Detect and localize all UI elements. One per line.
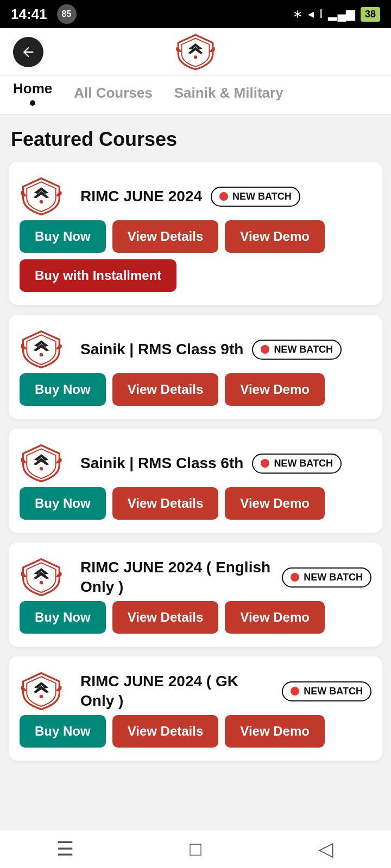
tabs-bar: Home All Courses Sainik & Military bbox=[0, 76, 391, 115]
new-batch-badge-5: NEW BATCH bbox=[282, 681, 371, 701]
main-content: Featured Courses RIMC JUNE 2024 NEW BATC… bbox=[0, 115, 391, 828]
card-actions-5: Buy Now View Details View Demo bbox=[20, 715, 371, 748]
badge-text-3: NEW BATCH bbox=[274, 458, 333, 469]
course-logo-2 bbox=[20, 328, 63, 371]
view-details-btn-5[interactable]: View Details bbox=[112, 715, 219, 748]
back-button[interactable] bbox=[13, 37, 43, 67]
battery-icon: 38 bbox=[361, 7, 380, 22]
new-batch-badge-4: NEW BATCH bbox=[282, 567, 371, 588]
course-title-3: Sainik | RMS Class 6th bbox=[80, 454, 243, 473]
new-batch-badge-2: NEW BATCH bbox=[252, 340, 342, 360]
course-card-sainik-9th: Sainik | RMS Class 9th NEW BATCH Buy Now… bbox=[9, 315, 382, 419]
tab-sainik-military-label: Sainik & Military bbox=[174, 85, 283, 101]
card-title-area-3: Sainik | RMS Class 6th NEW BATCH bbox=[20, 442, 371, 485]
course-title-1: RIMC JUNE 2024 bbox=[80, 187, 202, 206]
nav-back-button[interactable]: ◁ bbox=[304, 833, 348, 865]
tab-home[interactable]: Home bbox=[13, 80, 52, 110]
svg-point-5 bbox=[40, 695, 43, 699]
section-title: Featured Courses bbox=[9, 128, 382, 151]
new-batch-badge-1: NEW BATCH bbox=[211, 187, 300, 207]
badge-text-4: NEW BATCH bbox=[304, 572, 363, 583]
bottom-nav: ☰ □ ◁ bbox=[0, 829, 391, 868]
course-card-sainik-6th: Sainik | RMS Class 6th NEW BATCH Buy Now… bbox=[9, 429, 382, 533]
course-card-rimc-gk: RIMC JUNE 2024 ( GK Only ) NEW BATCH Buy… bbox=[9, 656, 382, 761]
card-actions-4: Buy Now View Details View Demo bbox=[20, 601, 371, 634]
course-logo-5 bbox=[20, 669, 63, 713]
status-icons: ∗ ◂ Ⅰ ▂▄▆ 38 bbox=[293, 7, 380, 22]
signal-bars: ▂▄▆ bbox=[328, 7, 355, 21]
badge-text-1: NEW BATCH bbox=[232, 191, 292, 202]
card-title-area-2: Sainik | RMS Class 9th NEW BATCH bbox=[20, 328, 371, 371]
tab-home-label: Home bbox=[13, 80, 52, 97]
svg-point-3 bbox=[40, 467, 43, 471]
course-title-2: Sainik | RMS Class 9th bbox=[80, 340, 243, 359]
badge-dot-5 bbox=[291, 687, 299, 695]
svg-point-1 bbox=[40, 200, 43, 204]
tab-all-courses-label: All Courses bbox=[74, 85, 153, 101]
course-title-4: RIMC JUNE 2024 ( English Only ) bbox=[80, 558, 273, 597]
course-logo-3 bbox=[20, 442, 63, 485]
hamburger-icon: ☰ bbox=[56, 838, 74, 860]
card-actions-3: Buy Now View Details View Demo bbox=[20, 487, 371, 520]
card-title-area: RIMC JUNE 2024 NEW BATCH bbox=[20, 175, 371, 218]
wifi-icon: ◂ bbox=[308, 7, 314, 21]
course-card-rimc-june-2024: RIMC JUNE 2024 NEW BATCH Buy Now View De… bbox=[9, 162, 382, 305]
view-demo-btn-2[interactable]: View Demo bbox=[225, 373, 325, 406]
new-batch-badge-3: NEW BATCH bbox=[252, 454, 342, 474]
buy-now-btn-4[interactable]: Buy Now bbox=[20, 601, 106, 634]
tab-home-indicator bbox=[30, 100, 35, 106]
badge-dot-3 bbox=[261, 459, 269, 468]
status-badge: 85 bbox=[57, 4, 77, 24]
back-arrow-icon bbox=[21, 44, 36, 60]
installment-btn-1[interactable]: Buy with Installment bbox=[20, 259, 176, 292]
course-logo-1 bbox=[20, 175, 63, 218]
status-bar: 14:41 85 ∗ ◂ Ⅰ ▂▄▆ 38 bbox=[0, 0, 391, 28]
logo-container bbox=[174, 33, 217, 71]
tab-all-courses[interactable]: All Courses bbox=[74, 85, 153, 106]
badge-dot-4 bbox=[291, 573, 299, 582]
buy-now-btn-2[interactable]: Buy Now bbox=[20, 373, 106, 406]
nav-home-button[interactable]: □ bbox=[174, 833, 217, 865]
bluetooth-icon: ∗ bbox=[293, 7, 302, 21]
course-title-5: RIMC JUNE 2024 ( GK Only ) bbox=[80, 672, 273, 711]
badge-text-5: NEW BATCH bbox=[304, 686, 363, 697]
badge-text-2: NEW BATCH bbox=[274, 344, 333, 355]
square-icon: □ bbox=[190, 838, 201, 860]
view-details-btn-3[interactable]: View Details bbox=[112, 487, 219, 520]
buy-now-btn-5[interactable]: Buy Now bbox=[20, 715, 106, 748]
course-logo-4 bbox=[20, 556, 63, 599]
view-demo-btn-3[interactable]: View Demo bbox=[225, 487, 325, 520]
svg-point-0 bbox=[194, 55, 197, 59]
view-demo-btn-1[interactable]: View Demo bbox=[225, 220, 325, 253]
card-title-area-5: RIMC JUNE 2024 ( GK Only ) NEW BATCH bbox=[20, 669, 371, 713]
badge-dot-1 bbox=[219, 192, 228, 201]
svg-point-2 bbox=[40, 353, 43, 357]
top-nav bbox=[0, 28, 391, 76]
svg-point-4 bbox=[40, 581, 43, 585]
view-details-btn-4[interactable]: View Details bbox=[112, 601, 219, 634]
tab-sainik-military[interactable]: Sainik & Military bbox=[174, 85, 283, 106]
card-title-area-4: RIMC JUNE 2024 ( English Only ) NEW BATC… bbox=[20, 556, 371, 599]
view-demo-btn-4[interactable]: View Demo bbox=[225, 601, 325, 634]
view-details-btn-2[interactable]: View Details bbox=[112, 373, 219, 406]
card-actions-1: Buy Now View Details View Demo Buy with … bbox=[20, 220, 371, 292]
card-actions-2: Buy Now View Details View Demo bbox=[20, 373, 371, 406]
view-demo-btn-5[interactable]: View Demo bbox=[225, 715, 325, 748]
badge-dot-2 bbox=[261, 345, 269, 354]
buy-now-btn-1[interactable]: Buy Now bbox=[20, 220, 106, 253]
signal-icon: Ⅰ bbox=[319, 7, 323, 21]
buy-now-btn-3[interactable]: Buy Now bbox=[20, 487, 106, 520]
triangle-icon: ◁ bbox=[318, 838, 333, 860]
view-details-btn-1[interactable]: View Details bbox=[112, 220, 219, 253]
status-time: 14:41 bbox=[11, 6, 47, 23]
nav-menu-button[interactable]: ☰ bbox=[43, 833, 87, 865]
course-card-rimc-english: RIMC JUNE 2024 ( English Only ) NEW BATC… bbox=[9, 542, 382, 647]
app-logo bbox=[174, 33, 217, 71]
